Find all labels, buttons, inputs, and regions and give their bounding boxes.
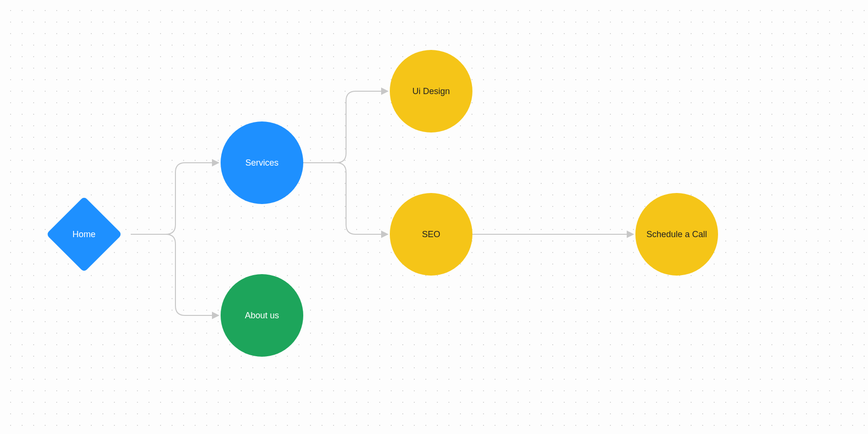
node-seo-label: SEO — [419, 226, 443, 243]
node-services-label: Services — [242, 155, 281, 171]
node-home[interactable]: Home — [46, 196, 122, 272]
node-schedule-label: Schedule a Call — [644, 226, 710, 243]
edge-services-seo — [303, 163, 388, 234]
node-services[interactable]: Services — [221, 121, 303, 204]
node-home-label: Home — [70, 226, 99, 243]
node-ui-design-label: Ui Design — [409, 83, 453, 100]
edge-home-services — [131, 163, 219, 234]
node-about-us-label: About us — [242, 307, 282, 324]
edge-home-about-us — [131, 234, 219, 315]
node-ui-design[interactable]: Ui Design — [390, 50, 472, 133]
node-about-us[interactable]: About us — [221, 274, 303, 357]
node-schedule[interactable]: Schedule a Call — [635, 193, 718, 276]
edge-services-ui-design — [303, 91, 388, 163]
node-seo[interactable]: SEO — [390, 193, 472, 276]
diagram-canvas[interactable]: Home Services About us Ui Design SEO Sch… — [0, 0, 868, 434]
